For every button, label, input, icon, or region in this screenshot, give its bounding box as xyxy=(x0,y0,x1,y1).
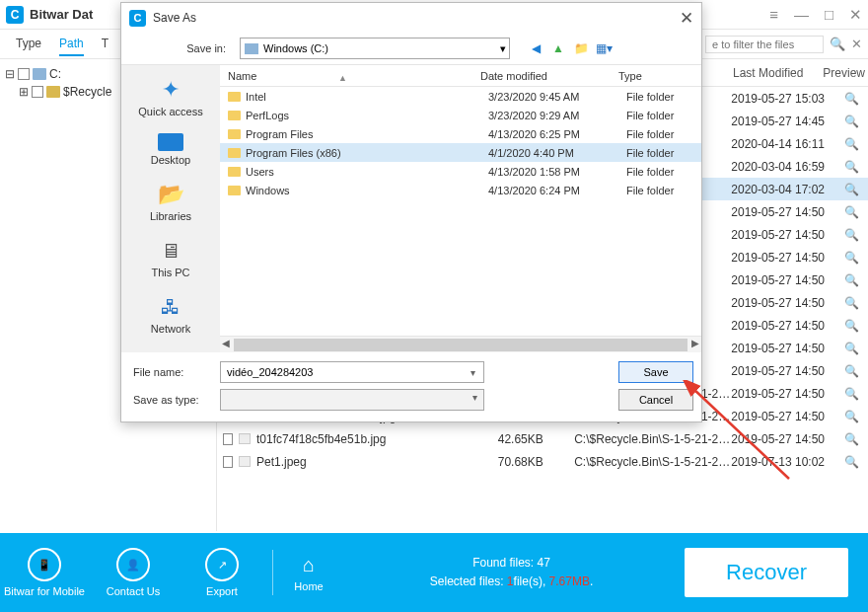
collapse-icon[interactable]: ⊟ xyxy=(4,67,15,81)
scroll-right-icon[interactable]: ▶ xyxy=(691,338,699,348)
drow-name: Users xyxy=(246,166,488,178)
drow-type: File folder xyxy=(626,128,695,140)
preview-icon[interactable]: 🔍 xyxy=(835,319,868,333)
place-libraries[interactable]: 📂Libraries xyxy=(150,178,191,232)
app-logo-icon: C xyxy=(6,6,24,24)
export-button[interactable]: ↗ Export xyxy=(178,548,266,597)
row-modified: 2019-07-13 10:02 xyxy=(731,455,835,469)
dialog-file-row[interactable]: Intel 3/23/2020 9:45 AM File folder xyxy=(220,87,701,106)
maximize-icon[interactable]: □ xyxy=(825,6,833,24)
dcol-name[interactable]: Name▲ xyxy=(220,70,480,82)
cancel-button[interactable]: Cancel xyxy=(618,389,693,411)
minimize-icon[interactable]: — xyxy=(794,6,809,24)
place-quick-access[interactable]: ✦Quick access xyxy=(138,73,202,127)
row-modified: 2019-05-27 14:50 xyxy=(731,387,835,401)
save-in-combo[interactable]: Windows (C:) ▾ xyxy=(240,38,510,59)
dialog-file-row[interactable]: Program Files 4/13/2020 6:25 PM File fol… xyxy=(220,124,701,143)
tab-extra[interactable]: T xyxy=(102,33,108,56)
preview-icon[interactable]: 🔍 xyxy=(835,183,868,196)
tree-checkbox[interactable] xyxy=(18,68,30,80)
tab-path[interactable]: Path xyxy=(59,33,84,56)
home-icon: ⌂ xyxy=(303,554,315,576)
preview-icon[interactable]: 🔍 xyxy=(835,387,868,401)
list-row[interactable]: Pet1.jpeg 70.68KB C:\$Recycle.Bin\S-1-5-… xyxy=(217,450,868,473)
contact-button[interactable]: 👤 Contact Us xyxy=(89,548,178,597)
back-icon[interactable]: ◀ xyxy=(528,40,543,56)
bottom-bar: 📱 Bitwar for Mobile 👤 Contact Us ↗ Expor… xyxy=(0,533,868,612)
dialog-file-row[interactable]: PerfLogs 3/23/2020 9:29 AM File folder xyxy=(220,106,701,124)
settings-icon[interactable]: ≡ xyxy=(769,6,778,24)
place-desktop[interactable]: Desktop xyxy=(151,129,190,176)
preview-icon[interactable]: 🔍 xyxy=(835,432,868,446)
dialog-file-row[interactable]: Windows 4/13/2020 6:24 PM File folder xyxy=(220,181,701,199)
place-network[interactable]: 🖧Network xyxy=(151,290,190,344)
chevron-down-icon[interactable]: ▾ xyxy=(470,367,475,378)
filename-input[interactable] xyxy=(220,361,484,383)
clear-filter-icon[interactable]: ✕ xyxy=(851,37,862,51)
tree-checkbox[interactable] xyxy=(32,86,43,98)
sort-asc-icon: ▲ xyxy=(338,73,347,83)
preview-icon[interactable]: 🔍 xyxy=(835,455,868,469)
close-icon[interactable]: ✕ xyxy=(849,6,862,24)
quick-access-icon: ✦ xyxy=(156,77,185,103)
save-in-value: Windows (C:) xyxy=(263,42,328,54)
file-icon xyxy=(239,456,251,467)
mobile-icon: 📱 xyxy=(28,548,61,581)
save-button[interactable]: Save xyxy=(618,361,693,383)
folder-icon xyxy=(228,148,241,158)
filter-input[interactable] xyxy=(705,36,824,53)
preview-icon[interactable]: 🔍 xyxy=(835,137,868,151)
drow-modified: 3/23/2020 9:45 AM xyxy=(488,91,626,103)
dcol-type[interactable]: Type xyxy=(618,70,687,82)
libraries-icon: 📂 xyxy=(156,182,185,207)
preview-icon[interactable]: 🔍 xyxy=(835,296,868,310)
row-modified: 2019-05-27 14:45 xyxy=(731,115,835,128)
preview-icon[interactable]: 🔍 xyxy=(835,160,868,174)
recover-button[interactable]: Recover xyxy=(685,548,848,597)
row-modified: 2019-05-27 14:50 xyxy=(731,205,835,219)
row-modified: 2019-05-27 14:50 xyxy=(731,228,835,242)
dialog-file-row[interactable]: Program Files (x86) 4/1/2020 4:40 PM Fil… xyxy=(220,143,701,162)
preview-icon[interactable]: 🔍 xyxy=(835,228,868,242)
dcol-modified[interactable]: Date modified xyxy=(480,70,618,82)
preview-icon[interactable]: 🔍 xyxy=(835,251,868,265)
tab-type[interactable]: Type xyxy=(16,33,41,56)
row-modified: 2020-03-04 17:02 xyxy=(731,183,835,196)
preview-icon[interactable]: 🔍 xyxy=(835,92,868,106)
folder-icon xyxy=(228,129,241,139)
scroll-thumb[interactable] xyxy=(234,339,687,351)
list-row[interactable]: t01fc74f18c5fb4e51b.jpg 42.65KB C:\$Recy… xyxy=(217,427,868,450)
col-preview[interactable]: Preview xyxy=(820,66,868,80)
savetype-combo[interactable]: ▾ xyxy=(220,389,484,411)
preview-icon[interactable]: 🔍 xyxy=(835,364,868,378)
tree-label: C: xyxy=(49,67,61,81)
new-folder-icon[interactable]: 📁 xyxy=(573,40,589,56)
bitwar-mobile-button[interactable]: 📱 Bitwar for Mobile xyxy=(0,548,89,597)
expand-icon[interactable]: ⊞ xyxy=(18,85,29,99)
drow-modified: 4/13/2020 1:58 PM xyxy=(488,166,626,178)
preview-icon[interactable]: 🔍 xyxy=(835,273,868,287)
home-button[interactable]: ⌂ Home xyxy=(279,554,338,592)
view-icon[interactable]: ▦▾ xyxy=(596,40,612,56)
preview-icon[interactable]: 🔍 xyxy=(835,205,868,219)
scroll-left-icon[interactable]: ◀ xyxy=(222,338,230,348)
dialog-close-icon[interactable]: ✕ xyxy=(680,8,693,29)
drow-modified: 4/1/2020 4:40 PM xyxy=(488,147,626,159)
search-icon[interactable]: 🔍 xyxy=(830,37,845,51)
col-modified[interactable]: Last Modified xyxy=(716,66,820,80)
filename-label: File name: xyxy=(121,366,212,378)
row-checkbox[interactable] xyxy=(223,433,233,445)
row-checkbox[interactable] xyxy=(223,456,233,468)
place-this-pc[interactable]: 🖥This PC xyxy=(151,234,189,288)
drow-name: Program Files (x86) xyxy=(246,147,488,159)
drow-name: Intel xyxy=(246,91,488,103)
dialog-file-header: Name▲ Date modified Type xyxy=(220,65,701,87)
preview-icon[interactable]: 🔍 xyxy=(835,115,868,128)
h-scrollbar[interactable]: ◀ ▶ xyxy=(220,336,701,352)
disk-icon xyxy=(33,68,46,80)
dialog-file-row[interactable]: Users 4/13/2020 1:58 PM File folder xyxy=(220,162,701,181)
up-icon[interactable]: ▲ xyxy=(550,40,566,56)
preview-icon[interactable]: 🔍 xyxy=(835,342,868,355)
folder-icon xyxy=(228,186,241,195)
preview-icon[interactable]: 🔍 xyxy=(835,410,868,423)
